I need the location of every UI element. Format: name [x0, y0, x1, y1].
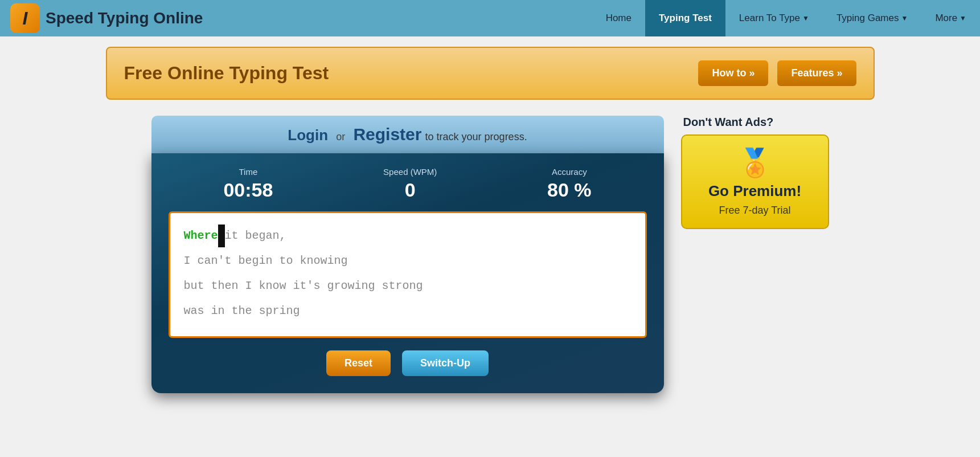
text-line-1: Where it began, — [184, 225, 632, 247]
accuracy-label: Accuracy — [547, 167, 592, 177]
nav-item-learn-to-type[interactable]: Learn To Type ▼ — [725, 0, 823, 36]
cursor-block — [218, 225, 225, 247]
speed-label: Speed (WPM) — [383, 167, 437, 177]
features-button[interactable]: Features » — [777, 60, 856, 86]
login-bar: Login or Register to track your progress… — [151, 116, 664, 153]
how-to-button[interactable]: How to » — [698, 60, 768, 86]
no-ads-text: Don't Want Ads? — [681, 116, 829, 129]
nav-item-more[interactable]: More ▼ — [921, 0, 980, 36]
untyped-text-1: it began, — [225, 229, 286, 242]
banner-buttons: How to » Features » — [698, 60, 856, 86]
text-line-2: I can't begin to knowing — [184, 250, 632, 272]
nav-links: Home Typing Test Learn To Type ▼ Typing … — [592, 0, 980, 36]
accuracy-value: 80 % — [547, 179, 592, 201]
nav-item-typing-test[interactable]: Typing Test — [645, 0, 725, 36]
text-line-4: was in the spring — [184, 300, 632, 323]
premium-box[interactable]: 🏅 Go Premium! Free 7-day Trial — [681, 134, 829, 229]
premium-icon: 🏅 — [691, 147, 819, 179]
logo-text: Speed Typing Online — [46, 9, 203, 27]
premium-title: Go Premium! — [691, 182, 819, 200]
nav-bar: I Speed Typing Online Home Typing Test L… — [0, 0, 980, 36]
banner: Free Online Typing Test How to » Feature… — [106, 47, 875, 100]
premium-subtitle: Free 7-day Trial — [691, 205, 819, 217]
login-link[interactable]: Login — [288, 127, 328, 144]
stat-speed: Speed (WPM) 0 — [383, 167, 437, 201]
main-content: Login or Register to track your progress… — [0, 110, 980, 416]
time-value: 00:58 — [223, 179, 273, 201]
text-display[interactable]: Where it began, I can't begin to knowing… — [169, 211, 647, 338]
logo-wrap[interactable]: I Speed Typing Online — [0, 3, 213, 33]
nav-item-home[interactable]: Home — [592, 0, 645, 36]
typing-section: Login or Register to track your progress… — [151, 116, 664, 393]
chevron-down-icon: ▼ — [802, 14, 809, 22]
register-link[interactable]: Register — [353, 125, 421, 144]
switchup-button[interactable]: Switch-Up — [402, 350, 489, 376]
button-row: Reset Switch-Up — [169, 350, 647, 376]
chevron-down-icon: ▼ — [960, 14, 966, 22]
banner-title: Free Online Typing Test — [124, 63, 329, 84]
reset-button[interactable]: Reset — [326, 350, 391, 376]
track-text: to track your progress. — [425, 131, 527, 142]
typed-correct-text: Where — [184, 229, 218, 242]
time-label: Time — [223, 167, 273, 177]
sidebar: Don't Want Ads? 🏅 Go Premium! Free 7-day… — [681, 116, 829, 229]
logo-icon: I — [10, 3, 40, 33]
stats-row: Time 00:58 Speed (WPM) 0 Accuracy 80 % — [169, 167, 647, 201]
stat-time: Time 00:58 — [223, 167, 273, 201]
text-line-3: but then I know it's growing strong — [184, 275, 632, 297]
speed-value: 0 — [383, 179, 437, 201]
untyped-text-2: I can't begin to knowing — [184, 254, 348, 267]
untyped-text-4: was in the spring — [184, 304, 300, 317]
untyped-text-3: but then I know it's growing strong — [184, 279, 423, 292]
nav-item-typing-games[interactable]: Typing Games ▼ — [823, 0, 922, 36]
typing-box: Time 00:58 Speed (WPM) 0 Accuracy 80 % W… — [151, 153, 664, 393]
chevron-down-icon: ▼ — [901, 14, 908, 22]
stat-accuracy: Accuracy 80 % — [547, 167, 592, 201]
or-text: or — [336, 131, 345, 142]
